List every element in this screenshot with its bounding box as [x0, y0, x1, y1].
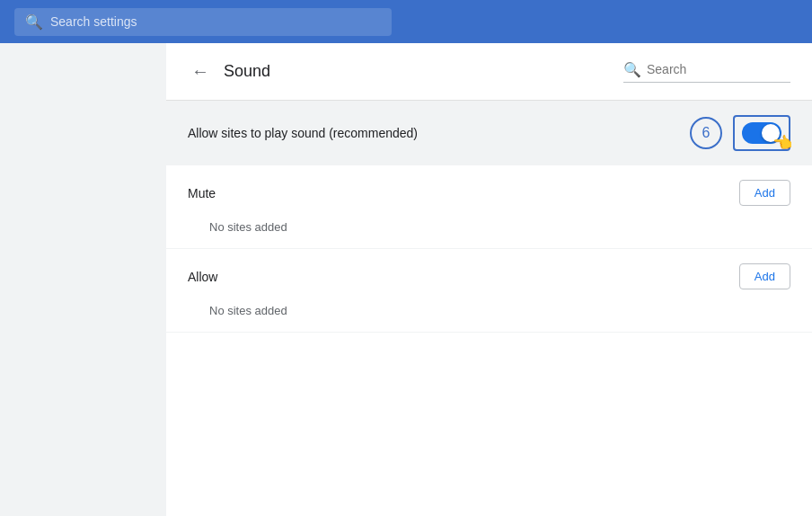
allow-add-button[interactable]: Add: [739, 263, 790, 289]
content-header: ← Sound 🔍: [166, 43, 812, 101]
header-search-container: 🔍: [623, 61, 790, 83]
allow-section-title: Allow: [188, 270, 217, 284]
sound-setting-row: Allow sites to play sound (recommended) …: [166, 101, 812, 165]
setting-controls: 6 👈: [690, 115, 790, 151]
top-bar: 🔍: [0, 0, 812, 43]
cursor-icon: 👈: [772, 135, 792, 151]
header-search-input[interactable]: [647, 62, 790, 76]
top-search-icon: 🔍: [25, 13, 43, 31]
allow-section-header: Allow Add: [188, 263, 790, 289]
mute-section-header: Mute Add: [188, 180, 790, 206]
mute-section-title: Mute: [188, 186, 216, 200]
sidebar: [0, 43, 166, 516]
allow-empty-message: No sites added: [188, 297, 790, 317]
page-title: Sound: [224, 62, 270, 81]
top-search-input[interactable]: [50, 14, 381, 29]
content-panel: ← Sound 🔍 Allow sites to play sound (rec…: [166, 43, 812, 516]
header-search-icon: 🔍: [623, 61, 641, 78]
mute-add-button[interactable]: Add: [739, 180, 790, 206]
allow-section: Allow Add No sites added: [166, 249, 812, 333]
sound-setting-label: Allow sites to play sound (recommended): [188, 126, 418, 140]
toggle-wrapper: 👈: [733, 115, 790, 151]
mute-section: Mute Add No sites added: [166, 165, 812, 249]
top-bar-search-container: 🔍: [14, 8, 392, 36]
main-area: ← Sound 🔍 Allow sites to play sound (rec…: [0, 43, 812, 516]
header-left: ← Sound: [188, 58, 270, 85]
step-badge: 6: [690, 117, 722, 149]
back-button[interactable]: ←: [188, 58, 213, 85]
mute-empty-message: No sites added: [188, 213, 790, 234]
